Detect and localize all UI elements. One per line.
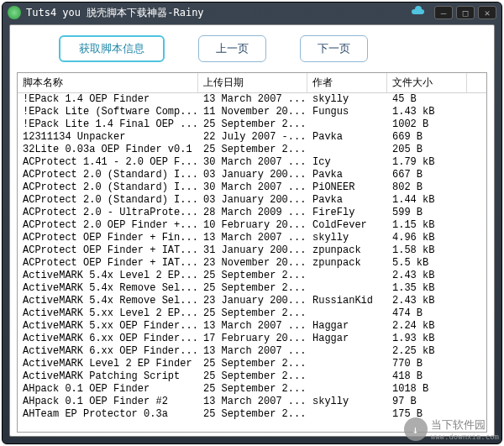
cell-size: 45 B	[387, 93, 467, 106]
cell-author: FireFly	[307, 207, 387, 219]
cell-date: 13 March 2007 ...	[198, 345, 307, 358]
cell-date: 25 September 2...	[198, 370, 307, 383]
close-button[interactable]: ✕	[478, 6, 496, 19]
cell-name: !EPack 1.4 OEP Finder	[18, 93, 198, 106]
watermark-text: 当下软件园	[431, 417, 499, 433]
table-row[interactable]: !EPack 1.4 OEP Finder13 March 2007 ...sk…	[18, 93, 486, 106]
prev-page-button[interactable]: 上一页	[198, 35, 266, 62]
cell-name: ActiveMARK 5.4x Level 2 EP...	[18, 270, 198, 282]
cell-author: RussianKid	[307, 295, 387, 307]
table-row[interactable]: ACProtect OEP Finder + IAT...31 January …	[18, 244, 486, 257]
download-icon: ↓	[404, 417, 428, 441]
cell-size: 1002 B	[387, 118, 467, 131]
table-row[interactable]: !EPack Lite (Software Comp...11 November…	[18, 106, 486, 118]
cell-author: Icy	[307, 156, 387, 169]
cell-date: 25 September 2...	[198, 144, 307, 156]
table-row[interactable]: ActiveMARK 5.xx Level 2 EP...25 Septembe…	[18, 307, 486, 320]
table-row[interactable]: ActiveMARK 5.4x Remove Sel...25 Septembe…	[18, 282, 486, 295]
maximize-button[interactable]: □	[456, 6, 475, 19]
header-size[interactable]: 文件大小	[387, 73, 467, 92]
cell-author	[307, 282, 387, 295]
column-headers: 脚本名称 上传日期 作者 文件大小	[18, 73, 486, 93]
table-row[interactable]: ACProtect 2.0 (Standard) I...03 January …	[18, 194, 486, 207]
table-row[interactable]: ActiveMARK 6.xx OEP Finder...13 March 20…	[18, 345, 486, 358]
cell-size: 5.5 kB	[387, 257, 467, 270]
cell-date: 25 September 2...	[198, 307, 307, 320]
table-row[interactable]: ACProtect 2.0 - UltraProte...28 March 20…	[18, 207, 486, 219]
cell-author: ColdFever	[307, 219, 387, 232]
cell-date: 03 January 200...	[198, 194, 307, 207]
table-row[interactable]: ActiveMARK 5.xx OEP Finder...13 March 20…	[18, 320, 486, 333]
app-icon	[8, 6, 21, 19]
cell-name: ActiveMARK 5.xx Level 2 EP...	[18, 307, 198, 320]
cell-size: 1018 B	[387, 383, 467, 396]
cell-author: Haggar	[307, 333, 387, 345]
header-author[interactable]: 作者	[307, 73, 387, 92]
table-row[interactable]: ActiveMARK 6.xx OEP Finder...17 February…	[18, 333, 486, 345]
table-row[interactable]: ACProtect OEP Finder + Fin...13 March 20…	[18, 232, 486, 244]
cell-author: Pavka	[307, 131, 387, 144]
cell-date: 30 March 2007 ...	[198, 181, 307, 194]
table-row[interactable]: ACProtect 2.0 (Standard) I...03 January …	[18, 169, 486, 181]
cell-date: 25 September 2...	[198, 408, 307, 421]
cell-date: 30 March 2007 ...	[198, 156, 307, 169]
table-row[interactable]: ACProtect 2.0 OEP Finder +...10 February…	[18, 219, 486, 232]
table-row[interactable]: ACProtect 2.0 (Standard) I...30 March 20…	[18, 181, 486, 194]
table-row[interactable]: ActiveMARK 5.4x Level 2 EP...25 Septembe…	[18, 270, 486, 282]
cell-author: skylly	[307, 93, 387, 106]
cell-name: !EPack Lite (Software Comp...	[18, 106, 198, 118]
header-name[interactable]: 脚本名称	[18, 73, 198, 92]
table-row[interactable]: AHpack 0.1 OEP Finder25 September 2...10…	[18, 383, 486, 396]
table-row[interactable]: ActiveMARK 5.4x Remove Sel...23 January …	[18, 295, 486, 307]
cell-name: ActiveMARK 6.xx OEP Finder...	[18, 345, 198, 358]
cell-author: zpunpack	[307, 244, 387, 257]
cell-name: ACProtect 2.0 - UltraProte...	[18, 207, 198, 219]
cell-date: 11 November 20...	[198, 106, 307, 118]
next-page-button[interactable]: 下一页	[300, 35, 368, 62]
table-row[interactable]: ACProtect OEP Finder + IAT...23 November…	[18, 257, 486, 270]
cell-date: 28 March 2009 ...	[198, 207, 307, 219]
cell-date: 31 January 200...	[198, 244, 307, 257]
cell-author	[307, 383, 387, 396]
cell-date: 25 September 2...	[198, 118, 307, 131]
cell-author	[307, 408, 387, 421]
cell-size: 1.43 kB	[387, 106, 467, 118]
table-row[interactable]: ACProtect 1.41 - 2.0 OEP F...30 March 20…	[18, 156, 486, 169]
cell-size: 2.43 kB	[387, 295, 467, 307]
cell-size: 1.79 kB	[387, 156, 467, 169]
table-row[interactable]: !EPack Lite 1.4 Final OEP ...25 Septembe…	[18, 118, 486, 131]
fetch-info-button[interactable]: 获取脚本信息	[59, 35, 165, 62]
cell-name: ACProtect 2.0 (Standard) I...	[18, 181, 198, 194]
table-row[interactable]: ActiveMARK Level 2 EP Finder25 September…	[18, 358, 486, 370]
cell-name: ACProtect OEP Finder + IAT...	[18, 257, 198, 270]
cell-date: 13 March 2007 ...	[198, 93, 307, 106]
table-row[interactable]: 12311134 Unpacker22 July 2007 -...Pavka6…	[18, 131, 486, 144]
header-date[interactable]: 上传日期	[198, 73, 307, 92]
minimize-button[interactable]: —	[434, 6, 453, 19]
cell-name: ACProtect 2.0 (Standard) I...	[18, 169, 198, 181]
cell-author: skylly	[307, 232, 387, 244]
cell-name: ACProtect OEP Finder + IAT...	[18, 244, 198, 257]
cell-name: ActiveMARK Level 2 EP Finder	[18, 358, 198, 370]
list-rows[interactable]: !EPack 1.4 OEP Finder13 March 2007 ...sk…	[18, 93, 486, 432]
cell-size: 1.93 kB	[387, 333, 467, 345]
cell-name: ACProtect 2.0 (Standard) I...	[18, 194, 198, 207]
cell-author: zpunpack	[307, 257, 387, 270]
cell-size: 474 B	[387, 307, 467, 320]
cell-author: PiONEER	[307, 181, 387, 194]
cell-date: 13 March 2007 ...	[198, 396, 307, 408]
cell-date: 25 September 2...	[198, 358, 307, 370]
cell-date: 10 February 20...	[198, 219, 307, 232]
cell-name: ActiveMARK 5.4x Remove Sel...	[18, 295, 198, 307]
cell-date: 23 January 200...	[198, 295, 307, 307]
cell-name: 32Lite 0.03a OEP Finder v0.1	[18, 144, 198, 156]
watermark: ↓ 当下软件园 www.downxia.com	[404, 417, 499, 441]
cell-size: 1.15 kB	[387, 219, 467, 232]
cell-size: 2.24 kB	[387, 320, 467, 333]
table-row[interactable]: AHpack 0.1 OEP Finder #213 March 2007 ..…	[18, 396, 486, 408]
cell-author	[307, 118, 387, 131]
cell-author	[307, 307, 387, 320]
cell-name: ActiveMARK 5.4x Remove Sel...	[18, 282, 198, 295]
table-row[interactable]: 32Lite 0.03a OEP Finder v0.125 September…	[18, 144, 486, 156]
table-row[interactable]: ActiveMARK Patching Script25 September 2…	[18, 370, 486, 383]
